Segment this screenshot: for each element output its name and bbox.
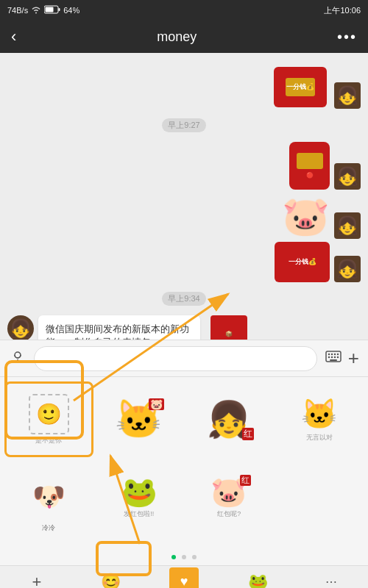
svg-rect-1: [46, 7, 54, 12]
svg-rect-2: [59, 8, 60, 11]
link-card[interactable]: 微信国庆期间发布的新版本的新功能——制作自己的表情包。 爱奇艺泡泡圈·日常vlo…: [38, 315, 200, 340]
wifi-icon: [31, 5, 41, 15]
sticker-yifenqian: 一分钱💰: [271, 65, 330, 109]
timestamp-wrapper-2: 早上9:34: [7, 288, 361, 309]
pig-sticker: 🐷: [282, 194, 330, 239]
sticker-cat-happy[interactable]: 🐱 无言以对: [275, 381, 364, 457]
yifenqian-sticker: 一分钱💰: [275, 242, 330, 282]
dot-3: [192, 555, 197, 559]
timestamp-wrapper-1: 早上9:27: [7, 115, 361, 136]
emoji-tab-btn[interactable]: 😊: [96, 567, 125, 589]
sticker-cat-1[interactable]: 🐱 🐷: [95, 381, 184, 457]
more-button[interactable]: •••: [337, 29, 357, 46]
sticker-girl-dark[interactable]: 👧 红: [185, 381, 274, 457]
more-tab-btn[interactable]: ⋯: [316, 567, 346, 589]
message-input[interactable]: [34, 346, 317, 371]
battery-percent: 64%: [63, 6, 79, 15]
keyboard-button[interactable]: [325, 348, 342, 370]
sticker-page-1: 🙂 是不是你 🐱 🐷 👧 红 🐱 无言以对: [0, 377, 368, 539]
sticker-dog-cat[interactable]: 🐶 冷冷: [4, 459, 93, 534]
status-right: 上午10:06: [324, 5, 361, 16]
back-button[interactable]: ‹: [11, 27, 16, 46]
sticker-panel-body: 🙂 是不是你 🐱 🐷 👧 红 🐱 无言以对: [0, 377, 368, 546]
network-speed: 74B/s: [7, 6, 28, 15]
sticker-empty: [275, 459, 364, 534]
toolbar-right: +: [325, 347, 359, 370]
link-thumbnail: 📦: [210, 315, 247, 340]
avatar-left: 👧: [7, 315, 34, 340]
chat-title: money: [157, 29, 197, 45]
chat-header: ‹ money •••: [0, 21, 368, 53]
battery-icon: [44, 5, 60, 15]
msg-row-yifenqian2: 一分钱💰 👧: [7, 242, 361, 282]
frog-tab-btn[interactable]: 🐸: [243, 567, 272, 589]
timestamp-1: 早上9:27: [162, 118, 205, 132]
link-card-title: 微信国庆期间发布的新版本的新功能——制作自己的表情包。: [46, 323, 193, 340]
msg-row: 一分钱💰 👧: [7, 65, 361, 109]
avatar-right-4: 👧: [334, 256, 361, 282]
time-display: 上午10:06: [324, 5, 361, 16]
msg-row-pig: 🐷 👧: [7, 194, 361, 239]
heart-tab-btn[interactable]: ♥: [169, 567, 199, 589]
avatar-right: 👧: [334, 82, 361, 109]
voice-button[interactable]: [9, 348, 26, 370]
msg-row-link: 👧 微信国庆期间发布的新版本的新功能——制作自己的表情包。 爱奇艺泡泡圈·日常v…: [7, 315, 361, 340]
sticker-frog[interactable]: 🐸 发红包啦!!: [95, 459, 184, 534]
chat-area: 一分钱💰 👧 早上9:27 🔴 👧 🐷 👧 一分钱💰 👧 早上9:34 👧 微信…: [0, 53, 368, 340]
sticker-bottom-bar: + 😊 ♥ 🐸 ⋯: [0, 565, 368, 588]
dot-2: [182, 555, 186, 559]
avatar-right-2: 👧: [334, 163, 361, 190]
custom-sticker-label: 是不是你: [35, 436, 62, 445]
red-envelope-sticker: 🔴: [289, 142, 330, 190]
add-button[interactable]: +: [348, 347, 359, 370]
avatar-right-3: 👧: [334, 212, 361, 239]
sticker-pig-money[interactable]: 🐷 红 红包呢?: [185, 459, 274, 534]
msg-row-redenv: 🔴 👧: [7, 142, 361, 190]
sticker-dots: [0, 546, 368, 565]
sticker-add-btn[interactable]: +: [22, 567, 52, 589]
sticker-panel: 🙂 是不是你 🐱 🐷 👧 红 🐱 无言以对: [0, 376, 368, 588]
sticker-custom-add[interactable]: 🙂 是不是你: [4, 381, 93, 457]
status-left: 74B/s 64%: [7, 5, 79, 15]
timestamp-2: 早上9:34: [162, 292, 205, 306]
chat-toolbar: +: [0, 340, 368, 376]
status-bar: 74B/s 64% 上午10:06: [0, 0, 368, 21]
dot-1: [171, 555, 176, 559]
